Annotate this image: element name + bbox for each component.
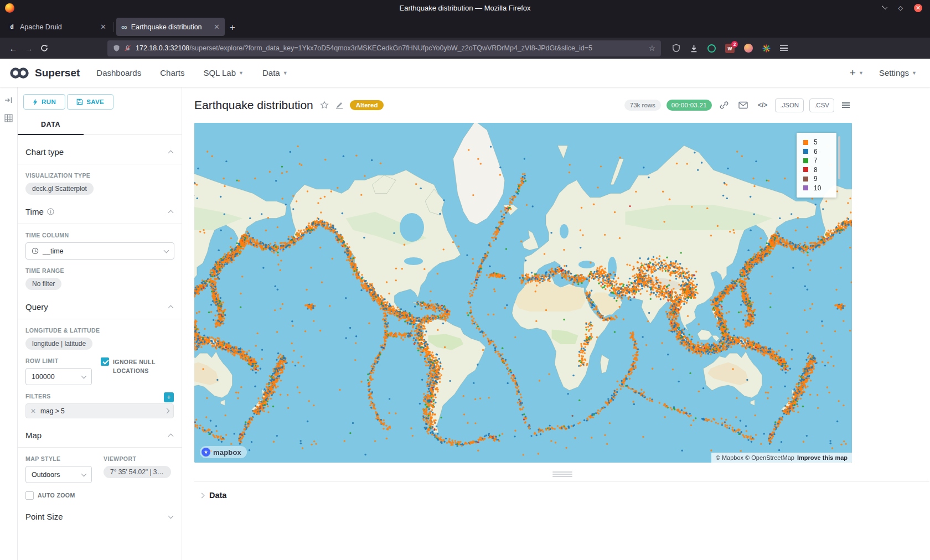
download-icon[interactable]: [690, 44, 698, 53]
url-text[interactable]: 172.18.0.3:32108/superset/explore/?form_…: [136, 44, 592, 52]
extension-green-icon[interactable]: [707, 44, 716, 53]
ignore-null-checkbox[interactable]: [101, 357, 109, 366]
add-filter-button[interactable]: +: [164, 392, 174, 402]
add-new-button[interactable]: +▼: [850, 67, 864, 79]
profile-avatar[interactable]: [744, 44, 753, 53]
favorite-star-icon[interactable]: [320, 101, 329, 110]
legend-item[interactable]: 5: [803, 138, 832, 147]
improve-map-link[interactable]: Improve this map: [797, 454, 848, 461]
auto-zoom-checkbox[interactable]: [25, 491, 34, 500]
email-icon[interactable]: [736, 98, 750, 112]
clock-icon: [32, 247, 39, 255]
section-query[interactable]: Query: [18, 290, 182, 319]
row-limit-select[interactable]: 100000: [25, 368, 92, 385]
save-button[interactable]: SAVE: [67, 94, 113, 110]
export-json-button[interactable]: .JSON: [775, 98, 804, 112]
firefox-icon: [5, 3, 14, 13]
attribution-text: © Mapbox © OpenStreetMap: [716, 454, 794, 461]
reload-button[interactable]: [37, 40, 52, 56]
chevron-up-icon: [168, 210, 174, 216]
close-button[interactable]: ✕: [914, 4, 922, 12]
reload-icon: [40, 44, 48, 52]
tab-apache-druid[interactable]: d Apache Druid ✕: [3, 18, 111, 36]
edit-icon[interactable]: [335, 101, 343, 109]
legend-item[interactable]: 7: [803, 156, 832, 165]
legend-item[interactable]: 10: [803, 184, 832, 193]
query-timer-badge: 00:00:03.21: [666, 100, 712, 111]
shield-icon[interactable]: [672, 44, 680, 53]
time-range-pill[interactable]: No filter: [25, 278, 61, 290]
superset-logo-icon: [9, 66, 30, 80]
chevron-up-icon: [168, 434, 174, 439]
export-csv-button[interactable]: .CSV: [809, 98, 834, 112]
legend-item[interactable]: 8: [803, 165, 832, 175]
nav-item-charts[interactable]: Charts: [160, 68, 184, 77]
chart-area: Earthquake distribution Altered 73k rows…: [182, 87, 930, 560]
map-legend: 5 6 7 8 9 10: [797, 133, 836, 198]
druid-favicon-icon: d: [8, 23, 16, 31]
section-map[interactable]: Map: [18, 418, 182, 447]
filters-label: FILTERS: [25, 393, 51, 400]
legend-swatch: [803, 140, 808, 145]
nav-item-sql-lab[interactable]: SQL Lab▼: [203, 68, 244, 77]
divider: [18, 164, 182, 164]
extension-icon[interactable]: w2: [725, 44, 735, 53]
remove-filter-icon[interactable]: ✕: [30, 407, 36, 415]
divider: [18, 224, 182, 224]
menu-icon[interactable]: [780, 45, 788, 51]
legend-scrollbar[interactable]: [838, 136, 840, 179]
tab-bar: d Apache Druid ✕ ∞ Earthquake distributi…: [0, 15, 930, 38]
divider: [18, 319, 182, 319]
tab-data[interactable]: DATA: [18, 117, 84, 135]
map-style-label: MAP STYLE: [25, 455, 93, 462]
run-button[interactable]: RUN: [23, 94, 65, 110]
mapbox-logo[interactable]: ★ mapbox: [200, 446, 247, 458]
section-point-size[interactable]: Point Size: [18, 500, 182, 528]
embed-code-icon[interactable]: </>: [756, 98, 769, 112]
tab-close-icon[interactable]: ✕: [214, 23, 220, 31]
legend-item[interactable]: 9: [803, 174, 832, 184]
legend-item[interactable]: 6: [803, 147, 832, 157]
superset-logo[interactable]: Superset: [9, 66, 80, 80]
dataset-grid-icon[interactable]: [4, 114, 13, 122]
ignore-null-checkbox-row[interactable]: IGNORE NULL LOCATIONS: [101, 357, 176, 376]
extension-badge: 2: [731, 41, 738, 48]
main-nav: Dashboards Charts SQL Lab▼ Data▼: [96, 68, 287, 77]
section-chart-type[interactable]: Chart type: [18, 135, 182, 164]
resize-handle[interactable]: [552, 471, 572, 477]
share-link-icon[interactable]: [717, 98, 731, 112]
new-tab-button[interactable]: +: [225, 22, 241, 38]
viewport-label: VIEWPORT: [104, 455, 174, 462]
collapse-panel-icon[interactable]: [4, 96, 13, 104]
bookmark-star-icon[interactable]: ☆: [644, 44, 655, 53]
nav-item-data[interactable]: Data▼: [262, 68, 288, 77]
auto-zoom-checkbox-row[interactable]: AUTO ZOOM: [25, 491, 95, 500]
left-icon-rail: [0, 87, 18, 560]
chevron-right-icon: [199, 492, 205, 498]
forward-button[interactable]: →: [21, 40, 37, 56]
map-style-select[interactable]: Outdoors: [25, 466, 92, 483]
chevron-down-icon: [164, 248, 169, 253]
section-time[interactable]: Time: [18, 195, 182, 224]
viewport-pill[interactable]: 7° 35' 54.02" | 31...: [104, 466, 171, 478]
time-column-label: TIME COLUMN: [25, 232, 174, 238]
tab-close-icon[interactable]: ✕: [100, 23, 106, 31]
data-section-toggle[interactable]: Data: [200, 491, 930, 500]
viz-type-pill[interactable]: deck.gl Scatterplot: [25, 183, 94, 195]
settings-menu[interactable]: Settings▼: [879, 68, 917, 77]
time-column-select[interactable]: __time: [25, 242, 174, 260]
chart-menu-icon[interactable]: [840, 98, 852, 112]
nav-item-dashboards[interactable]: Dashboards: [96, 68, 141, 77]
altered-badge[interactable]: Altered: [350, 100, 384, 110]
superset-header: Superset Dashboards Charts SQL Lab▼ Data…: [0, 59, 930, 87]
map-canvas[interactable]: [194, 123, 852, 463]
filter-pill[interactable]: ✕ mag > 5: [25, 403, 174, 418]
url-bar[interactable]: 172.18.0.3:32108/superset/explore/?form_…: [107, 40, 661, 56]
tab-earthquake-distribution[interactable]: ∞ Earthquake distribution ✕: [116, 18, 225, 36]
maximize-button[interactable]: ◇: [898, 5, 903, 11]
extension-colorful-icon[interactable]: [762, 44, 771, 53]
back-button[interactable]: ←: [6, 40, 21, 56]
minimize-button[interactable]: [881, 4, 887, 9]
map-attribution: © Mapbox © OpenStreetMap Improve this ma…: [711, 453, 852, 463]
lonlat-pill[interactable]: longitude | latitude: [25, 338, 92, 350]
